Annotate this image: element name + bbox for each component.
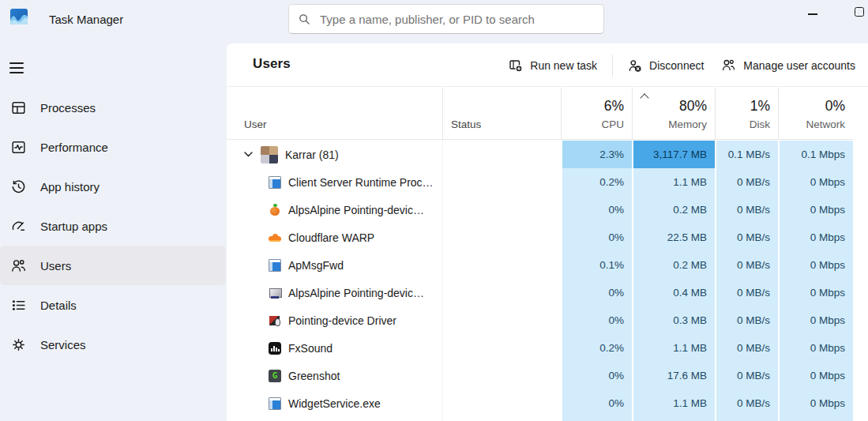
process-icon [269,287,281,299]
services-icon [10,336,27,353]
manage-user-accounts-button[interactable]: Manage user accounts [712,52,864,78]
process-row[interactable]: FxSound 0.2% 1.1 MB 0 MB/s 0 Mbps [227,334,853,362]
toolbar-divider [612,55,613,77]
process-row[interactable]: AlpsAlpine Pointing-devic… 0% 0.4 MB 0 M… [227,279,853,306]
process-row[interactable]: Cloudflare WARP 0% 22.5 MB 0 MB/s 0 Mbps [227,224,853,251]
network-cell: 0 Mbps [778,389,853,417]
status-cell [442,306,561,334]
disconnect-icon [628,58,642,73]
network-cell: 0.1 Mbps [778,141,853,168]
minimize-button[interactable] [808,13,817,15]
cpu-cell: 0% [561,279,632,306]
process-row [227,417,853,421]
process-icon [269,370,281,382]
process-name-cell: Client Server Runtime Proc… [227,168,442,196]
process-name-cell: WidgetService.exe [227,389,442,417]
sidebar-item-label: Processes [40,101,96,115]
status-cell [442,141,561,168]
process-name: AlpsAlpine Pointing-devic… [288,287,424,299]
sidebar-item-label: App history [40,180,100,194]
sidebar-item-label: Services [40,338,86,351]
sidebar-item-users[interactable]: Users [0,246,226,285]
column-header-cpu[interactable]: 6% CPU [561,88,632,139]
sidebar: Processes Performance App history Startu… [0,43,227,421]
process-name-cell: Cloudflare WARP [227,224,442,251]
network-cell: 0 Mbps [778,306,853,334]
process-row[interactable]: Client Server Runtime Proc… 0.2% 1.1 MB … [227,168,853,196]
process-name: Greenshot [288,370,340,382]
process-name-cell: Greenshot [227,362,442,389]
network-cell: 0 Mbps [778,251,853,279]
network-cell: 0 Mbps [778,362,853,389]
column-header-disk[interactable]: 1% Disk [715,88,778,139]
column-header-memory[interactable]: 80% Memory [632,88,715,139]
status-cell [442,279,561,306]
memory-cell: 0.2 MB [632,196,715,224]
status-cell [442,168,561,196]
run-new-task-button[interactable]: Run new task [500,53,606,78]
column-header-user[interactable]: User [227,88,442,139]
process-name: Client Server Runtime Proc… [288,176,434,189]
hamburger-menu-icon[interactable] [6,54,35,82]
memory-cell: 0.2 MB [632,251,715,279]
memory-cell: 22.5 MB [632,224,715,251]
sidebar-item-label: Details [40,299,77,312]
process-row[interactable]: Greenshot 0% 17.6 MB 0 MB/s 0 Mbps [227,362,853,389]
disk-cell: 0 MB/s [715,306,778,334]
sidebar-item-startup-apps[interactable]: Startup apps [0,206,226,246]
disk-cell: 0.1 MB/s [715,141,778,168]
disk-cell: 0 MB/s [715,389,778,417]
sidebar-item-app-history[interactable]: App history [0,167,226,206]
sidebar-item-services[interactable]: Services [0,325,226,364]
disconnect-button[interactable]: Disconnect [619,53,712,78]
network-cell: 0 Mbps [778,168,853,196]
sidebar-item-details[interactable]: Details [0,285,226,325]
disk-cell: 0 MB/s [715,362,778,389]
chevron-down-icon[interactable] [244,150,254,160]
user-row[interactable]: Karrar (81) 2.3% 3,117.7 MB 0.1 MB/s 0.1… [227,141,853,168]
disk-cell: 0 MB/s [715,251,778,279]
network-cell: 0 Mbps [778,334,853,362]
avatar [261,146,278,164]
disk-cell: 0 MB/s [715,224,778,251]
cpu-cell: 0% [561,362,632,389]
sidebar-item-label: Performance [40,141,108,154]
column-header-network[interactable]: 0% Network [778,88,853,139]
search-input[interactable] [320,13,594,26]
status-cell [442,334,561,362]
user-name-cell: Karrar (81) [227,141,442,168]
task-manager-window: Task Manager Processes [0,0,868,421]
sidebar-item-performance[interactable]: Performance [0,127,226,167]
status-cell [442,196,561,224]
sidebar-item-label: Users [40,259,71,273]
cpu-cell: 0.2% [561,168,632,196]
search-box[interactable] [288,4,604,34]
run-new-task-icon [509,58,523,73]
process-name-cell: ApMsgFwd [227,251,442,279]
process-name-cell: Pointing-device Driver [227,306,442,334]
disk-cell: 0 MB/s [715,334,778,362]
disk-cell: 0 MB/s [715,279,778,306]
cpu-cell: 0.1% [561,251,632,279]
memory-cell: 1.1 MB [632,168,715,196]
task-manager-app-icon [10,9,28,24]
process-row[interactable]: ApMsgFwd 0.1% 0.2 MB 0 MB/s 0 Mbps [227,251,853,279]
table-body: Karrar (81) 2.3% 3,117.7 MB 0.1 MB/s 0.1… [227,141,853,421]
run-new-task-label: Run new task [530,59,597,72]
process-row[interactable]: AlpsAlpine Pointing-devic… 0% 0.2 MB 0 M… [227,196,853,224]
cpu-cell: 0% [561,196,632,224]
startup-apps-icon [10,218,27,235]
process-name-cell: AlpsAlpine Pointing-devic… [227,279,442,306]
process-row[interactable]: Pointing-device Driver 0% 0.3 MB 0 MB/s … [227,306,853,334]
status-cell [442,362,561,389]
maximize-button[interactable] [855,7,864,17]
memory-cell: 0.4 MB [632,279,715,306]
column-header-status[interactable]: Status [442,88,561,139]
status-cell [442,251,561,279]
table-header: User Status 6% CPU 80% Memory 1% Disk 0%… [227,88,853,140]
sidebar-item-processes[interactable]: Processes [0,88,226,127]
process-row[interactable]: WidgetService.exe 0% 1.1 MB 0 MB/s 0 Mbp… [227,389,853,417]
process-icon [269,397,281,410]
window-title: Task Manager [49,13,123,26]
process-name-cell: AlpsAlpine Pointing-devic… [227,196,442,224]
